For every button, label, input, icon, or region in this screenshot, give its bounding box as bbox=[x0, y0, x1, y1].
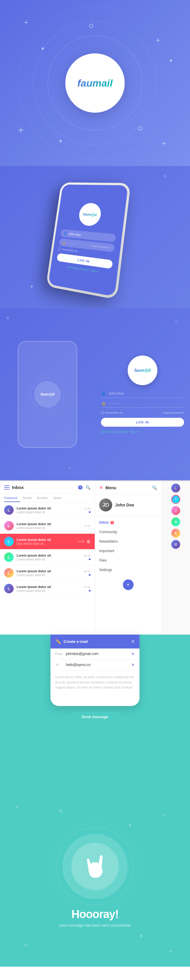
inbox-search-icon[interactable]: 🔍 bbox=[86, 485, 91, 490]
compose-phone: ✏️ Create e-mail ✕ From johndoe@gmail.co… bbox=[51, 635, 139, 706]
mail-time-5: 08:15 bbox=[84, 570, 91, 573]
compose-edit-icon: ✏️ bbox=[55, 639, 61, 644]
menu-panel: ✕ Menu 🔍 JD John Doe Inbox 9 Community bbox=[95, 481, 190, 635]
split-logo-text: faum@il bbox=[134, 368, 151, 373]
phone-signup-text: Don't have account? Sign in bbox=[67, 266, 99, 273]
deco-dot-1 bbox=[42, 48, 44, 50]
mail-meta-4: 09:30 bbox=[84, 554, 91, 560]
mail-time-4: 09:30 bbox=[84, 554, 91, 557]
mail-meta-5: 08:15 bbox=[84, 570, 91, 576]
menu-right-avatar-4[interactable]: R bbox=[171, 517, 180, 526]
hamburger-line-2 bbox=[4, 487, 10, 488]
menu-item-community[interactable]: Community bbox=[95, 527, 161, 537]
mail-sender-6: Lorem ipsum dolor sit bbox=[17, 585, 84, 589]
compose-from-field: From johndoe@gmail.com ✕ bbox=[51, 649, 139, 659]
menu-item-important[interactable]: Important bbox=[95, 546, 161, 556]
mail-dot-6 bbox=[89, 590, 91, 592]
compose-to-value: hello@aymu.co bbox=[66, 663, 131, 667]
hooray-subtitle: your message has been sent successfully bbox=[59, 923, 131, 928]
split-username-row: 👤 bbox=[101, 391, 184, 398]
menu-right-avatar-2[interactable]: T bbox=[171, 495, 180, 504]
hooray-circle-outer: 🤘 bbox=[62, 834, 128, 899]
mail-sender-4: Lorem ipsum dolor sit bbox=[17, 554, 84, 557]
tab-featured[interactable]: Featured bbox=[4, 494, 20, 502]
split-noaccount: Don't have account? Sign in bbox=[101, 430, 184, 434]
menu-item-settings[interactable]: Settings bbox=[95, 565, 161, 575]
compose-title: Create e-mail bbox=[64, 639, 131, 644]
tab-archive[interactable]: Archive bbox=[37, 494, 51, 502]
hooray-deco-plus-2: + bbox=[163, 813, 166, 819]
mail-sender-2: Lorem ipsum dolor sit bbox=[17, 522, 84, 526]
menu-right-avatar-5[interactable]: K bbox=[171, 529, 180, 538]
split-signup-link[interactable]: Sign in bbox=[130, 430, 139, 434]
menu-item-newsletters[interactable]: Newsletters bbox=[95, 537, 161, 546]
send-message-button[interactable]: Send message bbox=[70, 712, 120, 722]
close-icon[interactable]: ✕ bbox=[99, 485, 103, 490]
hooray-circle-inner: 🤘 bbox=[71, 843, 119, 890]
mail-item-1[interactable]: L Lorem ipsum dolor sit Lorem ipsum dolo… bbox=[0, 502, 95, 518]
phone-screen: faum@il 👤 John Doe 🔒 ············ Forgot… bbox=[48, 185, 128, 296]
deco-circle-1 bbox=[89, 24, 93, 28]
mail-sender-5: Lorem ipsum dolor sit bbox=[17, 569, 84, 573]
split-lock-icon: 🔒 bbox=[101, 401, 106, 406]
mail-dot-1 bbox=[89, 511, 91, 513]
hooray-deco-plus-3: + bbox=[24, 941, 28, 949]
compose-from-label: From bbox=[55, 652, 66, 655]
small-phone-mockup: faum@il bbox=[18, 341, 77, 448]
menu-right-avatar-3[interactable]: J bbox=[171, 506, 180, 515]
small-logo-text: faum@il bbox=[40, 392, 54, 396]
split-username-input[interactable] bbox=[109, 391, 184, 396]
phone-signup-link[interactable]: Sign in bbox=[91, 269, 99, 273]
mail-list: L Lorem ipsum dolor sit Lorem ipsum dolo… bbox=[0, 502, 95, 635]
hamburger-icon[interactable] bbox=[4, 485, 10, 490]
phone-mockup-wrapper: faum@il 👤 John Doe 🔒 ············ Forgot… bbox=[26, 177, 176, 309]
deco-circle-2 bbox=[138, 126, 142, 130]
menu-search-icon[interactable]: 🔍 bbox=[152, 485, 157, 490]
compose-to-field: To hello@aymu.co ✕ bbox=[51, 659, 139, 670]
inbox-title: Inbox bbox=[12, 485, 77, 490]
menu-user-avatar: JD bbox=[99, 498, 112, 512]
trash-icon[interactable]: 🗑 bbox=[86, 539, 91, 544]
menu-right-avatar-6[interactable]: M bbox=[171, 540, 180, 549]
split-login-button[interactable]: LOG IN bbox=[101, 418, 184, 427]
split-password-row: 🔒 bbox=[101, 401, 184, 408]
menu-user-section: JD John Doe bbox=[95, 494, 161, 516]
compose-button[interactable]: + bbox=[123, 579, 134, 590]
mail-preview-2: Lorem ipsum dolor sit bbox=[17, 526, 84, 530]
inbox-panel: Inbox 9 🔍 Featured Social Archive Spam L… bbox=[0, 481, 95, 635]
split-forgot-link[interactable]: Forgot password? bbox=[163, 411, 184, 414]
mail-content-5: Lorem ipsum dolor sit Lorem ipsum dolor … bbox=[17, 569, 84, 577]
split-login-form: 👤 🔒 Remember me Forgot password? LOG IN … bbox=[101, 391, 184, 434]
menu-item-inbox[interactable]: Inbox 9 bbox=[95, 518, 161, 527]
phone-forgot: Forgot password? bbox=[90, 244, 111, 249]
compose-from-x: ✕ bbox=[131, 651, 135, 656]
menu-header: ✕ Menu 🔍 bbox=[95, 481, 161, 494]
inbox-tabs: Featured Social Archive Spam bbox=[0, 494, 95, 502]
compose-section: ✏️ Create e-mail ✕ From johndoe@gmail.co… bbox=[0, 635, 190, 795]
compose-close-icon[interactable]: ✕ bbox=[131, 639, 135, 644]
deco-plus-2: + bbox=[156, 36, 160, 45]
mail-preview-4: Lorem ipsum dolor sit bbox=[17, 558, 84, 561]
phone-remember-checkbox[interactable] bbox=[58, 248, 61, 251]
mail-item-5[interactable]: L Lorem ipsum dolor sit Lorem ipsum dolo… bbox=[0, 565, 95, 581]
menu-item-files[interactable]: Files bbox=[95, 556, 161, 565]
menu-item-settings-label: Settings bbox=[99, 568, 112, 572]
menu-right-avatar-1[interactable]: L bbox=[171, 484, 180, 493]
hooray-deco-circle-2 bbox=[140, 935, 142, 937]
mail-item-2[interactable]: L Lorem ipsum dolor sit Lorem ipsum dolo… bbox=[0, 518, 95, 534]
split-password-input[interactable] bbox=[109, 401, 184, 405]
compose-body[interactable]: Lorem ipsum dolor sit amet, consectetur … bbox=[51, 670, 139, 706]
mail-preview-1: Lorem ipsum dolor sit bbox=[17, 511, 84, 514]
mail-item-6[interactable]: L Lorem ipsum dolor sit Lorem ipsum dolo… bbox=[0, 581, 95, 597]
mail-time-3: 10:05 bbox=[78, 540, 85, 543]
mail-item-4[interactable]: L Lorem ipsum dolor sit Lorem ipsum dolo… bbox=[0, 549, 95, 565]
mail-item-3-active[interactable]: L Lorem ipsum dolor sit Duis dictum dolo… bbox=[0, 534, 95, 549]
compose-to-x: ✕ bbox=[131, 662, 135, 667]
tab-spam[interactable]: Spam bbox=[53, 494, 65, 502]
phone-remember-label: Remember me bbox=[62, 248, 78, 253]
mail-time-1: 12:34 bbox=[84, 507, 91, 510]
tab-social[interactable]: Social bbox=[22, 494, 34, 502]
menu-item-newsletters-label: Newsletters bbox=[99, 539, 118, 544]
compose-send-area: Send message bbox=[70, 712, 120, 722]
split-remember-checkbox[interactable] bbox=[101, 411, 104, 414]
